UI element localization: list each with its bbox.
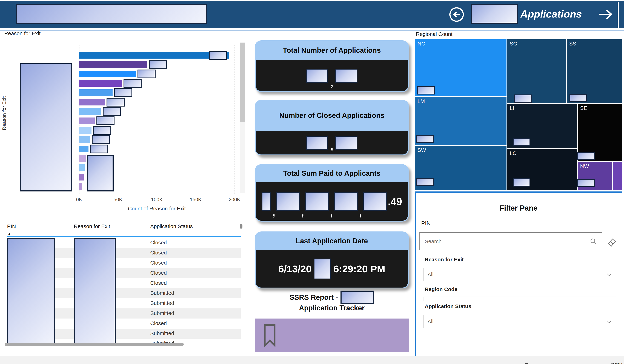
value-redaction bbox=[334, 192, 358, 211]
table-pin-column-redaction bbox=[7, 238, 55, 344]
zoom-level-label[interactable]: 70% bbox=[611, 362, 624, 364]
bar[interactable] bbox=[79, 127, 91, 134]
card-closed-applications: Number of Closed Applications , bbox=[255, 100, 409, 155]
dropdown-value: All bbox=[424, 318, 606, 325]
table-vertical-scrollbar-thumb[interactable] bbox=[240, 224, 242, 229]
x-tick-label: 100K bbox=[146, 197, 167, 203]
bar[interactable] bbox=[79, 52, 229, 59]
bar-label-redaction bbox=[90, 145, 108, 154]
bar-label-redaction bbox=[137, 70, 156, 78]
pin-search-input[interactable] bbox=[420, 234, 580, 249]
treemap-value-redaction bbox=[577, 152, 595, 160]
value-comma: , bbox=[330, 140, 333, 152]
table-header-pin[interactable]: PIN bbox=[7, 223, 16, 229]
bar[interactable] bbox=[79, 89, 113, 96]
table-header-underline bbox=[7, 236, 241, 237]
chart-scrollbar-thumb[interactable] bbox=[240, 43, 245, 122]
x-tick-label: 150K bbox=[185, 197, 206, 203]
treemap-tile-sc[interactable]: SC bbox=[507, 39, 566, 103]
filter-pane-top-border bbox=[415, 191, 623, 193]
bar-label-redaction bbox=[114, 88, 132, 97]
bar-label-redaction bbox=[124, 79, 142, 88]
eraser-icon bbox=[607, 236, 617, 247]
filter-region-label: Region Code bbox=[425, 286, 457, 292]
application-status-dropdown[interactable]: All bbox=[423, 315, 616, 328]
treemap-tile-ss[interactable]: SS bbox=[567, 39, 623, 103]
bar[interactable] bbox=[79, 164, 85, 171]
treemap-value-redaction bbox=[513, 178, 530, 186]
region-code-input[interactable] bbox=[423, 297, 616, 301]
bar[interactable] bbox=[79, 136, 90, 143]
value-redaction bbox=[313, 259, 331, 279]
bar[interactable] bbox=[79, 80, 122, 87]
table-header-reason[interactable]: Reason for Exit bbox=[74, 223, 110, 229]
card-value: , , , , .49 bbox=[256, 182, 408, 221]
bar-label-redaction bbox=[103, 107, 121, 116]
bar[interactable] bbox=[79, 146, 88, 152]
bar-label-redaction bbox=[97, 116, 114, 125]
treemap-tile-label: NW bbox=[580, 163, 589, 169]
treemap-value-redaction bbox=[417, 86, 435, 95]
status-cell: Submitted bbox=[150, 290, 174, 296]
bar-label-redaction bbox=[106, 98, 125, 106]
x-tick-label: 200K bbox=[224, 197, 245, 203]
card-title: Total Number of Applications bbox=[255, 40, 409, 60]
card-title: Last Application Date bbox=[255, 232, 409, 250]
status-cell: Closed bbox=[150, 250, 167, 256]
chart-scrollbar[interactable] bbox=[240, 42, 245, 193]
bar[interactable] bbox=[79, 183, 82, 190]
status-cell: Closed bbox=[150, 260, 167, 266]
chart-x-axis-title: Count of Reason for Exit bbox=[104, 206, 210, 212]
bar[interactable] bbox=[79, 71, 136, 77]
value-comma: , bbox=[301, 206, 304, 218]
ssrs-bookmark-button[interactable] bbox=[255, 318, 409, 352]
treemap: NCLMSWSCLILCSSSENW bbox=[415, 39, 623, 191]
clear-filter-button[interactable] bbox=[607, 236, 617, 247]
chart-category-labels-redaction bbox=[20, 63, 72, 191]
chart-lower-labels-redaction bbox=[87, 155, 114, 191]
value-redaction bbox=[305, 192, 329, 211]
treemap-title: Regional Count bbox=[416, 31, 452, 37]
treemap-value-redaction bbox=[514, 95, 532, 103]
bookmark-icon bbox=[263, 323, 276, 347]
treemap-value-redaction bbox=[513, 138, 530, 146]
filter-pin-label: PIN bbox=[421, 220, 431, 227]
value-date: 6/13/20 bbox=[278, 263, 312, 275]
table-horizontal-scrollbar[interactable] bbox=[5, 343, 184, 346]
value-comma: , bbox=[272, 206, 275, 218]
bar-label-redaction bbox=[93, 126, 111, 135]
value-redaction bbox=[306, 69, 328, 83]
status-cell: Closed bbox=[150, 280, 167, 286]
value-cents: .49 bbox=[388, 196, 402, 208]
bar[interactable] bbox=[79, 118, 95, 124]
status-cell: Submitted bbox=[150, 310, 174, 316]
value-comma: , bbox=[330, 206, 333, 218]
status-cell: Closed bbox=[150, 320, 167, 326]
value-comma: , bbox=[330, 77, 333, 89]
filter-pane-left-border bbox=[415, 193, 416, 360]
bar[interactable] bbox=[79, 99, 105, 105]
x-tick-label: 50K bbox=[107, 197, 129, 203]
bar[interactable] bbox=[79, 108, 101, 115]
treemap-tile-label: SS bbox=[569, 41, 576, 47]
treemap-tile-label: NC bbox=[417, 41, 425, 47]
treemap-tile[interactable] bbox=[613, 162, 623, 190]
bar[interactable] bbox=[79, 61, 147, 68]
ssrs-line2-text: Application Tracker bbox=[255, 304, 409, 312]
treemap-value-redaction bbox=[416, 135, 434, 143]
gridline bbox=[196, 45, 196, 194]
value-redaction bbox=[276, 192, 300, 211]
treemap-tile-label: SE bbox=[580, 105, 587, 111]
search-icon bbox=[590, 238, 598, 245]
table-header-status[interactable]: Application Status bbox=[150, 223, 193, 229]
value-redaction bbox=[261, 192, 271, 211]
treemap-value-redaction bbox=[570, 94, 587, 102]
reason-for-exit-dropdown[interactable]: All bbox=[423, 268, 616, 281]
card-title: Total Sum Paid to Applicants bbox=[255, 164, 409, 182]
status-cell: Submitted bbox=[150, 300, 174, 306]
treemap-tile-label: SC bbox=[510, 41, 517, 47]
card-value: 6/13/20 6:29:20 PM bbox=[256, 250, 408, 287]
bar[interactable] bbox=[79, 155, 86, 162]
bar[interactable] bbox=[79, 174, 84, 181]
treemap-tile-label: SW bbox=[417, 147, 426, 153]
